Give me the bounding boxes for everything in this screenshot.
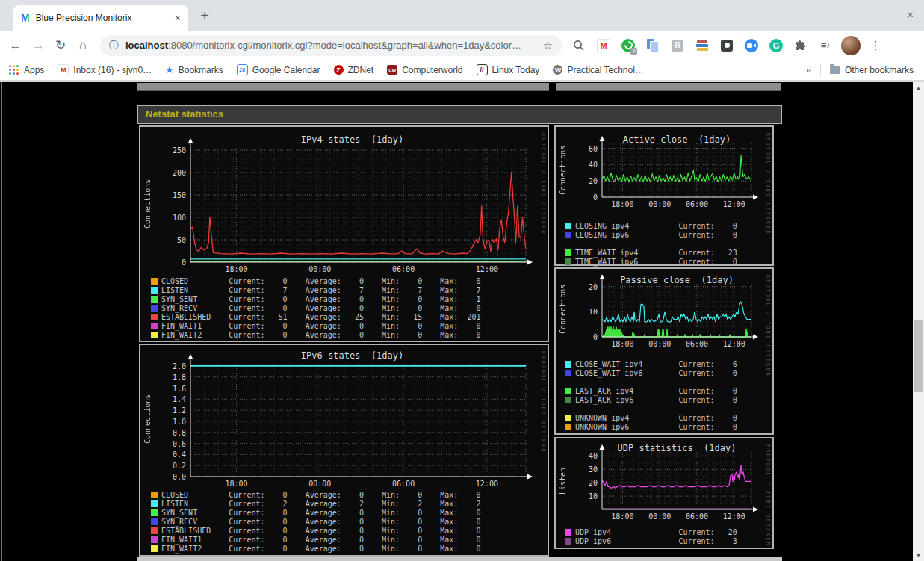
legend-row: CLOSED Current: 0 Average: 0 Min: 0 Max:…	[151, 490, 480, 499]
chart-panel-passive-close: Passive close (1day) Connections 0102018…	[554, 267, 774, 435]
pages-icon[interactable]	[645, 37, 661, 54]
bookmark-linux-today[interactable]: lt Linux Today	[477, 64, 540, 75]
r-extension-icon[interactable]: R	[669, 37, 686, 54]
legend-text: ESTABLISHED Current: 0 Average: 0 Min: 0…	[161, 527, 480, 535]
plot-area[interactable]: 0102018:0000:0006:0012:00	[602, 282, 751, 337]
tab-close-icon[interactable]: ×	[175, 12, 181, 24]
legend-text: TIME_WAIT ipv4 Current: 23	[575, 249, 737, 257]
bookmark-star-icon[interactable]: ☆	[543, 39, 553, 52]
plot-area[interactable]: 0.00.20.40.60.81.01.21.41.61.82.018:0000…	[190, 362, 526, 477]
rrdtool-watermark: RRDTOOL / TOBI OETIKER	[540, 133, 546, 235]
bookmark-computerworld[interactable]: CW Computerworld	[387, 65, 462, 75]
new-tab-button[interactable]: +	[196, 7, 214, 25]
bookmark-practical-technology[interactable]: W Practical Technol…	[553, 65, 644, 75]
legend-row: UDP ipv4 Current: 20	[565, 527, 737, 536]
extensions-puzzle-icon[interactable]	[793, 37, 809, 54]
chart-panel-active-close: Active close (1day) Connections 02040601…	[554, 125, 774, 266]
legend-text: CLOSE_WAIT ipv6 Current: 0	[575, 369, 737, 377]
books-icon[interactable]	[694, 37, 710, 54]
x-tick-label: 12:00	[471, 480, 503, 488]
minimize-icon[interactable]: –	[846, 6, 852, 24]
plot-area[interactable]: 020406018:0000:0006:0012:00	[602, 143, 751, 197]
browser-tab[interactable]: M Blue Precision Monitorix ×	[13, 5, 188, 31]
star-icon: ★	[165, 64, 174, 75]
grammarly-icon[interactable]: G	[768, 37, 784, 54]
profile-avatar[interactable]	[841, 36, 861, 55]
y-tick-label: 10	[560, 308, 598, 316]
search-icon[interactable]	[571, 37, 587, 54]
page-info-icon[interactable]: ⓘ	[109, 39, 119, 52]
legend-swatch	[565, 424, 571, 430]
y-axis-label: Connections	[142, 146, 152, 262]
x-tick-label: 12:00	[718, 340, 751, 348]
legend-row: TIME_WAIT ipv6 Current: 0	[565, 257, 737, 266]
scrollbar-up-icon[interactable]: ▲	[913, 82, 924, 93]
bookmark-label: Google Calendar	[252, 65, 320, 75]
zoom-camera-icon[interactable]	[743, 37, 760, 54]
scrollbar-thumb[interactable]	[914, 320, 923, 392]
bookmarks-overflow-icon[interactable]: »	[806, 64, 811, 75]
y-tick-label: 10	[560, 492, 598, 500]
legend-text: LISTEN Current: 7 Average: 7 Min: 7 Max:…	[161, 286, 480, 294]
address-bar[interactable]: ⓘ localhost:8080/monitorix-cgi/monitorix…	[100, 35, 562, 56]
bookmark-label: Linux Today	[492, 65, 540, 75]
vertical-scrollbar[interactable]: ▲ ▼	[913, 82, 924, 561]
browser-toolbar: ← → ↻ ⌂ ⓘ localhost:8080/monitorix-cgi/m…	[0, 31, 924, 60]
y-tick-label: 0	[560, 193, 598, 202]
home-icon[interactable]: ⌂	[72, 38, 94, 53]
legend-swatch	[565, 361, 571, 368]
close-window-icon[interactable]: ×	[907, 6, 914, 24]
legend-text: SYN_RECV Current: 0 Average: 0 Min: 0 Ma…	[161, 304, 480, 312]
legend-swatch	[565, 370, 571, 376]
bookmark-bookmarks[interactable]: ★ Bookmarks	[165, 64, 223, 75]
rrdtool-watermark: RRDTOOL / TOBI OETIKER	[540, 351, 546, 453]
gmail-icon[interactable]: M	[595, 37, 612, 54]
legend-row: CLOSE_WAIT ipv6 Current: 0	[565, 368, 737, 377]
plot-area[interactable]: 1020304018:0000:0006:0012:00	[602, 452, 751, 509]
legend-swatch	[151, 287, 158, 294]
y-tick-label: 20	[560, 177, 598, 185]
bookmark-inbox[interactable]: M Inbox (16) - sjvn0…	[58, 64, 152, 75]
legend-swatch	[151, 545, 158, 552]
legend-row: UNKNOWN ipv6 Current: 0	[565, 422, 737, 431]
section-title: Netstat statistics	[137, 105, 782, 124]
legend-row: SYN_RECV Current: 0 Average: 0 Min: 0 Ma…	[151, 517, 480, 526]
forward-icon[interactable]: →	[27, 38, 49, 53]
bookmark-label: Apps	[24, 65, 44, 75]
page-edge-line	[1, 82, 2, 561]
scrollbar-down-icon[interactable]: ▼	[913, 550, 924, 561]
x-tick-label: 00:00	[643, 512, 676, 521]
back-icon[interactable]: ←	[4, 38, 27, 53]
legend-row: CLOSED Current: 0 Average: 0 Min: 0 Max:…	[151, 276, 480, 285]
phone-icon[interactable]: ?	[620, 37, 636, 54]
chart-panel-ipv4-states: IPv4 states (1day) Connections 050100150…	[139, 125, 549, 342]
plot-area[interactable]: 05010015020025018:0000:0006:0012:00	[190, 146, 526, 262]
bookmark-google-calendar[interactable]: 28 Google Calendar	[237, 64, 320, 75]
lamp-icon[interactable]	[719, 37, 735, 54]
chart-legend: CLOSING ipv4 Current: 0CLOSING ipv6 Curr…	[565, 221, 737, 266]
divider	[820, 64, 821, 76]
legend-row: LISTEN Current: 2 Average: 2 Min: 2 Max:…	[151, 499, 480, 508]
legend-text: CLOSING ipv6 Current: 0	[575, 231, 737, 239]
url-path: :8080/monitorix-cgi/monitorix.cgi?mode=l…	[168, 40, 521, 51]
maximize-icon[interactable]	[875, 13, 884, 22]
page-content: Netstat statistics IPv4 states (1day) Co…	[0, 82, 924, 561]
legend-text: UNKNOWN ipv6 Current: 0	[575, 423, 737, 431]
other-bookmarks[interactable]: Other bookmarks	[830, 65, 914, 75]
y-tick-label: 2.0	[149, 362, 186, 371]
y-tick-label: 20	[560, 479, 598, 487]
chart-legend: CLOSED Current: 0 Average: 0 Min: 0 Max:…	[151, 276, 480, 339]
legend-swatch	[565, 397, 571, 403]
browser-menu-icon[interactable]: ⋮	[869, 38, 881, 52]
chart-panel-udp-statistics: UDP statistics (1day) Listen 1020304018:…	[554, 437, 774, 549]
apps-shortcut[interactable]: Apps	[9, 65, 44, 75]
y-tick-label: 1.2	[149, 406, 186, 415]
legend-row: CLOSING ipv6 Current: 0	[565, 230, 737, 239]
legend-swatch	[151, 500, 158, 507]
bookmark-zdnet[interactable]: Z ZDNet	[334, 65, 374, 75]
y-tick-label: 0.6	[149, 440, 186, 448]
playlist-icon[interactable]: ≡♪	[817, 37, 834, 54]
legend-text: CLOSE_WAIT ipv4 Current: 6	[575, 360, 737, 368]
legend-gap	[565, 377, 737, 386]
reload-icon[interactable]: ↻	[49, 37, 72, 53]
